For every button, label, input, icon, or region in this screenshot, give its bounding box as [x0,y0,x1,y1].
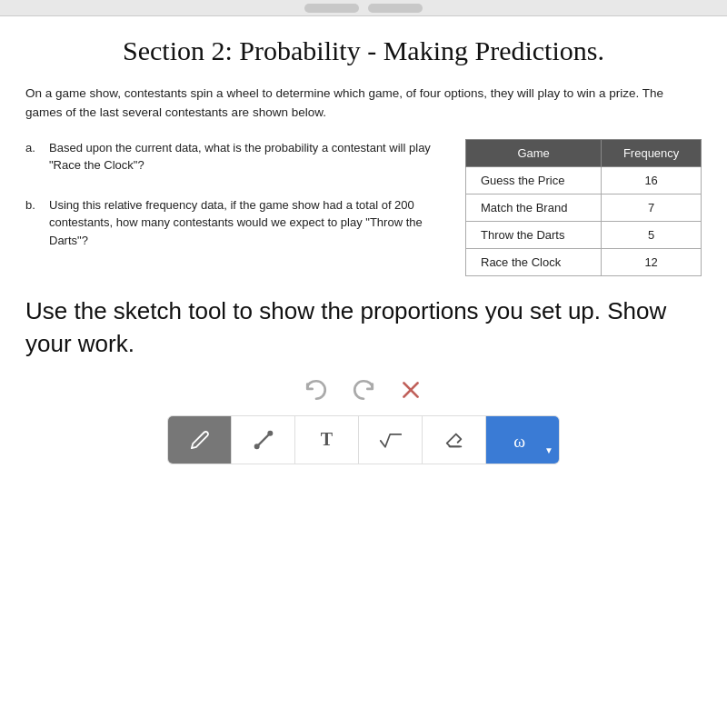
questions-list: a. Based upon the current data, what is … [25,139,447,276]
col-header-frequency: Frequency [602,139,702,166]
redo-button[interactable] [349,375,378,404]
game-freq-2: 7 [602,194,702,221]
question-b-label: b. [25,196,42,250]
col-header-game: Game [466,139,602,166]
text-tool-icon: T [321,429,333,450]
intro-text: On a game show, contestants spin a wheel… [25,85,702,123]
top-bar [0,0,727,16]
sketch-prompt: Use the sketch tool to show the proporti… [25,294,702,361]
text-tool-button[interactable]: T [295,415,359,464]
drawing-toolbar: T ω [167,415,560,464]
top-bar-btn-left [304,4,359,13]
questions-section: a. Based upon the current data, what is … [25,139,702,276]
svg-point-4 [268,431,272,434]
game-name-4: Race the Clock [466,248,602,275]
table-row: Guess the Price 16 [466,166,702,194]
data-table: Game Frequency Guess the Price 16 Match … [465,139,702,276]
table-row: Throw the Darts 5 [466,221,702,248]
question-a: a. Based upon the current data, what is … [25,139,447,175]
sketch-area: T ω [25,375,702,464]
game-name-3: Throw the Darts [466,221,602,248]
page: Section 2: Probability - Making Predicti… [0,0,727,728]
game-freq-1: 16 [602,166,702,194]
line-tool-button[interactable] [232,415,295,464]
svg-text:ω: ω [513,431,525,450]
data-table-container: Game Frequency Guess the Price 16 Match … [465,139,702,276]
sketch-controls-top [302,375,425,404]
more-tools-button[interactable]: ω ▼ [486,415,559,464]
pencil-tool-button[interactable] [168,415,232,464]
game-name-1: Guess the Price [466,166,602,194]
game-freq-3: 5 [602,221,702,248]
eraser-tool-button[interactable] [423,415,486,464]
main-content: Section 2: Probability - Making Predicti… [0,16,727,728]
table-row: Match the Brand 7 [466,194,702,221]
question-a-text: Based upon the current data, what is the… [49,139,447,175]
top-bar-btn-right [368,4,423,13]
close-button[interactable] [396,375,425,404]
svg-point-3 [254,444,258,448]
formula-tool-button[interactable] [359,415,423,464]
question-b: b. Using this relative frequency data, i… [25,196,447,250]
table-row: Race the Clock 12 [466,248,702,275]
page-title: Section 2: Probability - Making Predicti… [25,33,702,68]
game-name-2: Match the Brand [466,194,602,221]
question-b-text: Using this relative frequency data, if t… [49,196,447,250]
question-a-label: a. [25,139,42,175]
chevron-down-icon: ▼ [544,445,553,455]
undo-button[interactable] [302,375,331,404]
svg-line-2 [256,433,270,446]
game-freq-4: 12 [602,248,702,275]
